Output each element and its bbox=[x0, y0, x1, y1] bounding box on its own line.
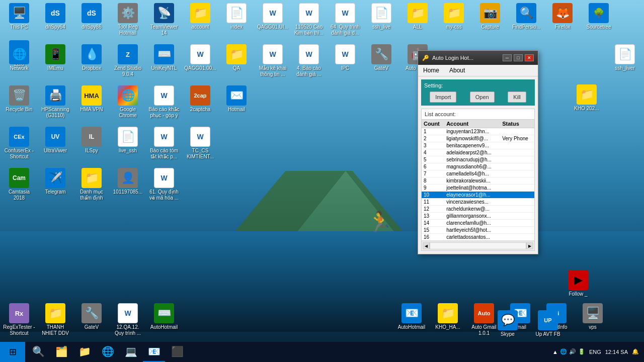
desktop-icon-firefox[interactable]: 🦊 Firefox bbox=[544, 1, 581, 38]
table-row[interactable]: 3 benitacapenenv9... bbox=[422, 142, 534, 149]
notification-bell[interactable]: 🔔 bbox=[632, 348, 639, 355]
desktop-icon-recycle[interactable]: 🗑️ Recycle Bin bbox=[1, 83, 37, 121]
desktop-icon-chrome[interactable]: 🌐 Google Chrome bbox=[110, 83, 146, 121]
scroll-horizontal-track[interactable] bbox=[430, 242, 526, 249]
desktop-icon-hmavpn[interactable]: HMA HMA VPN bbox=[73, 83, 110, 121]
desktop-icon-mycss[interactable]: 📁 my-css bbox=[436, 1, 472, 38]
table-row[interactable]: 14 clarencefamllu@h... bbox=[422, 220, 534, 227]
desktop-icon-hpscanning[interactable]: 🖨️ HPScanning (G3110) bbox=[37, 83, 73, 121]
cell-count: 9 bbox=[422, 185, 444, 192]
desktop-icon-imemu[interactable]: 📱 IMEmu bbox=[37, 42, 73, 79]
desktop-icon-hotmail[interactable]: ✉️ Hotmail bbox=[218, 83, 255, 121]
table-row[interactable]: 10 elayneorasor1@h... bbox=[422, 192, 534, 199]
window-close-button[interactable]: ✕ bbox=[525, 54, 534, 61]
desktop-icon-capture[interactable]: 📷 Capture bbox=[472, 1, 508, 38]
desktop-icon-danhmuc[interactable]: 📁 Danh mục thẩm định bbox=[73, 166, 110, 203]
desktop-icon-skype[interactable]: 💬 Skype bbox=[490, 308, 526, 339]
desktop-icon-upavtfb[interactable]: UP Up AVT FB bbox=[530, 308, 566, 339]
scroll-right-button[interactable]: ▶ bbox=[526, 242, 533, 249]
desktop-icon-tool-reg[interactable]: ⚙️ Tool Reg Hotmail bbox=[110, 1, 146, 38]
desktop-icon-ipc[interactable]: W IPC bbox=[327, 42, 363, 79]
window-maximize-button[interactable]: □ bbox=[514, 54, 523, 61]
desktop-icon-110520[interactable]: W 110520 Cao Kim tiền thi... bbox=[291, 1, 327, 38]
table-row[interactable]: 9 joettelinat@hotma... bbox=[422, 185, 534, 192]
desktop-icon-mau-ke-khai[interactable]: W Mẫu kê khai thông tin ... bbox=[255, 42, 291, 79]
menu-home[interactable]: Home bbox=[418, 65, 444, 76]
desktop-icon-qa[interactable]: 📁 QA bbox=[218, 42, 255, 79]
tray-arrow[interactable]: ▲ bbox=[552, 349, 558, 355]
table-row[interactable]: 12 racheldunkenw@... bbox=[422, 206, 534, 213]
taskbar-chrome[interactable]: 🌐 bbox=[97, 342, 119, 362]
telegram-label: Telegram bbox=[45, 189, 65, 195]
table-row[interactable]: 11 vincenzawiesnes... bbox=[422, 199, 534, 206]
desktop-icon-regtester[interactable]: Rx RegExTester - Shortcut bbox=[1, 301, 37, 338]
taskbar-outlook[interactable]: 📧 bbox=[143, 342, 165, 362]
desktop-icon-2captcha[interactable]: 2cap 2captcha bbox=[182, 83, 218, 121]
desktop-icon-bao-cao-tom-tat[interactable]: W Báo cáo tóm tắt khắc p... bbox=[146, 125, 182, 162]
desktop-icon-teamviewer[interactable]: 📡 TeamViewer 14 bbox=[146, 1, 182, 38]
taskbar-clock[interactable]: 12:14 SA bbox=[605, 348, 628, 355]
scroll-left-button[interactable]: ◀ bbox=[423, 242, 430, 249]
desktop-icon-follow[interactable]: ▶ Follow _ bbox=[560, 268, 596, 299]
taskbar-cmd[interactable]: ⬛ bbox=[166, 342, 188, 362]
table-row[interactable]: 1 inguyentan123hn... bbox=[422, 128, 534, 135]
desktop-icon-network[interactable]: 🌐 Network bbox=[1, 42, 37, 79]
start-button[interactable]: ⊞ bbox=[0, 342, 25, 362]
desktop-icon-qagg01[interactable]: W QAGG01.UI... bbox=[255, 1, 291, 38]
desktop-icon-autohotkey[interactable]: ⌨️ AutoHotmail bbox=[146, 301, 182, 338]
table-row[interactable]: 15 hartleyeich5f@hot... bbox=[422, 227, 534, 234]
table-row[interactable]: 2 ligiatynowskif8@... Very Phone bbox=[422, 135, 534, 142]
menu-about[interactable]: About bbox=[444, 65, 470, 76]
table-row[interactable]: 4 adelaidearpst2@h... bbox=[422, 149, 534, 156]
table-row[interactable]: 13 gillianmorgansonx... bbox=[422, 213, 534, 220]
desktop-icon-this-pc[interactable]: 🖥️ This PC bbox=[1, 1, 37, 38]
desktop-icon-64quytrinh[interactable]: W 64. Quy trình đánh giá d... bbox=[327, 1, 363, 38]
desktop-icon-khoha[interactable]: 📁 KHO_HA... bbox=[430, 301, 466, 338]
taskbar-vscode[interactable]: 💻 bbox=[120, 342, 142, 362]
desktop-icon-unikey[interactable]: ⌨️ UniKeyNTL bbox=[146, 42, 182, 79]
table-row[interactable]: 16 carlettadossantos... bbox=[422, 234, 534, 241]
open-button[interactable]: Open bbox=[470, 92, 495, 103]
desktop-icon-camtasia[interactable]: Cam Camtasia 2018 bbox=[1, 166, 37, 203]
desktop-icon-12qa12[interactable]: W 12.QA.12. Quy trình ... bbox=[110, 301, 146, 338]
desktop-icon-dnspy64[interactable]: dS dnSpy64 bbox=[37, 1, 73, 38]
desktop-icon-telegram[interactable]: ✈️ Telegram bbox=[37, 166, 73, 203]
desktop-icon-ultraviwer[interactable]: UV UltraViwer bbox=[37, 125, 73, 162]
desktop-icon-dnspy86[interactable]: dS dnSpy86 bbox=[73, 1, 110, 38]
table-row[interactable]: 5 sebrinacrudupj@h... bbox=[422, 156, 534, 163]
desktop-icon-ssh-liver[interactable]: 📄 ssh_liver bbox=[607, 42, 643, 73]
kill-button[interactable]: Kill bbox=[508, 92, 526, 103]
desktop-icon-bao-cao-khac-phuc[interactable]: W Báo cáo khắc phục - góp ý bbox=[146, 83, 182, 121]
desktop-icon-101197085[interactable]: 👤 101197085... bbox=[110, 166, 146, 203]
desktop-icon-thanhnhiet[interactable]: 📁 THANH NHIET DDV bbox=[37, 301, 73, 338]
desktop-icon-vps[interactable]: 🖥️ vps bbox=[575, 301, 611, 338]
table-row[interactable]: 7 camelladells4@h... bbox=[422, 170, 534, 177]
desktop-icon-autohotmail[interactable]: 📧 AutoHotmail bbox=[393, 301, 430, 338]
table-row[interactable]: 6 magnusdianoh6@... bbox=[422, 163, 534, 170]
desktop-icon-gatev2[interactable]: 🔧 GateV bbox=[73, 301, 110, 338]
desktop-icon-findpersio[interactable]: 🔍 FindPersio... bbox=[508, 1, 544, 38]
taskbar-search[interactable]: 🔍 bbox=[27, 342, 49, 362]
window-minimize-button[interactable]: ─ bbox=[503, 54, 512, 61]
desktop-icon-index[interactable]: 📄 index bbox=[218, 1, 255, 38]
desktop-icon-61quydinh[interactable]: W 61. Quy định về mã hóa ... bbox=[146, 166, 182, 203]
desktop-icon-zend[interactable]: Z Zend Studio 9.0.4 bbox=[110, 42, 146, 79]
desktop-icon-sshlive[interactable]: 📄 ssh_live bbox=[363, 1, 399, 38]
taskbar-taskview[interactable]: 🗂️ bbox=[50, 342, 72, 362]
taskbar-explorer[interactable]: 📁 bbox=[73, 342, 96, 362]
desktop-icon-dropbox[interactable]: 💧 Dropbox bbox=[73, 42, 110, 79]
desktop-icon-account[interactable]: 📁 account bbox=[182, 1, 218, 38]
desktop-icon-all[interactable]: 📁 ALL bbox=[399, 1, 436, 38]
desktop-icon-livessh[interactable]: 📄 live_ssh bbox=[110, 125, 146, 162]
desktop-icon-kho202[interactable]: 📁 KHO 202... bbox=[569, 82, 605, 114]
language-indicator[interactable]: ENG bbox=[589, 349, 601, 355]
table-row[interactable]: 8 kimbrakoralewskii... bbox=[422, 177, 534, 185]
import-button[interactable]: Import bbox=[430, 92, 456, 103]
desktop-icon-gatev[interactable]: 🔧 GateV bbox=[363, 42, 399, 79]
desktop-icon-sourcetree[interactable]: 🌳 Sourcetree bbox=[581, 1, 617, 38]
desktop-icon-confuserex[interactable]: CEx ConfuserEx - Shortcut bbox=[1, 125, 37, 162]
desktop-icon-4bao-cao[interactable]: W 4. Báo cáo đánh giá ... bbox=[291, 42, 327, 79]
desktop-icon-qagg01-00[interactable]: W QAGG01.00... bbox=[182, 42, 218, 79]
desktop-icon-tccs[interactable]: W TC_CS KIMTIENT... bbox=[182, 125, 218, 162]
desktop-icon-ilspy[interactable]: IL ILSpy bbox=[73, 125, 110, 162]
